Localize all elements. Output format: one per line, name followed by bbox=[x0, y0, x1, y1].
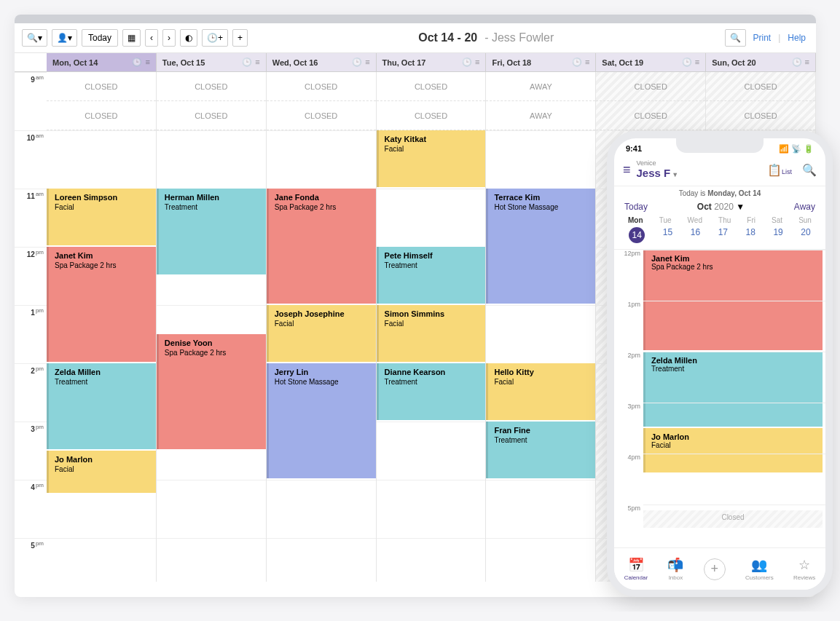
appointment[interactable]: Pete HimselfTreatment bbox=[377, 247, 486, 304]
zoom-button[interactable]: 🔍▾ bbox=[22, 29, 47, 47]
status-row: CLOSED bbox=[157, 101, 266, 130]
speed-dial-button[interactable]: ◐ bbox=[180, 29, 197, 47]
phone-hour-label: 1pm bbox=[614, 301, 643, 352]
phone-notch bbox=[676, 138, 764, 153]
phone-away-link[interactable]: Away bbox=[794, 202, 815, 212]
clock-icon[interactable]: 🕒 bbox=[462, 58, 472, 67]
appointment[interactable]: Janet KimSpa Package 2 hrs bbox=[47, 247, 156, 362]
appointment[interactable]: Jane FondaSpa Package 2 hrs bbox=[267, 189, 376, 304]
phone-dayname: Sat bbox=[772, 216, 782, 224]
appointment[interactable]: Jo MarlonFacial bbox=[47, 451, 156, 493]
phone-appointment[interactable]: Janet KimSpa Package 2 hrs bbox=[643, 250, 823, 350]
add-appointment-button[interactable]: + bbox=[232, 29, 248, 47]
clock-icon[interactable]: 🕒 bbox=[682, 58, 692, 67]
appointment[interactable]: Simon SimminsFacial bbox=[377, 305, 486, 362]
clock-icon[interactable]: 🕒 bbox=[132, 58, 142, 67]
day-header-4[interactable]: Fri, Oct 18🕒≡ bbox=[486, 53, 596, 71]
phone-hour-label: 12pm bbox=[614, 250, 643, 301]
appointment[interactable]: Terrace KimHot Stone Massage bbox=[486, 189, 595, 304]
phone-date-17[interactable]: 17 bbox=[718, 227, 728, 243]
phone-hour-label: 2pm bbox=[614, 352, 643, 403]
clock-icon[interactable]: 🕒 bbox=[352, 58, 362, 67]
clock-add-button[interactable]: 🕒+ bbox=[202, 29, 228, 47]
day-header-1[interactable]: Tue, Oct 15🕒≡ bbox=[157, 53, 267, 71]
status-row: CLOSED bbox=[47, 101, 156, 130]
appointment[interactable]: Zelda MillenTreatment bbox=[47, 363, 156, 449]
list-icon[interactable]: ≡ bbox=[145, 58, 149, 67]
phone-tab-add[interactable]: + bbox=[704, 558, 726, 580]
phone-tab-reviews[interactable]: ☆Reviews bbox=[793, 557, 815, 581]
phone-tab-calendar[interactable]: 📅Calendar bbox=[624, 557, 648, 581]
phone-date-20[interactable]: 20 bbox=[801, 227, 810, 243]
phone-date-16[interactable]: 16 bbox=[691, 227, 700, 243]
phone-user-name[interactable]: Jess F▼ bbox=[637, 167, 679, 179]
appointment[interactable]: Joseph JosephineFacial bbox=[267, 305, 376, 362]
appointment[interactable]: Loreen SimpsonFacial bbox=[47, 189, 156, 245]
toolbar: 🔍▾ 👤▾ Today ▦ ‹ › ◐ 🕒+ + Oct 14 - 20 - J… bbox=[15, 23, 816, 53]
next-week-button[interactable]: › bbox=[162, 29, 176, 47]
phone-date-19[interactable]: 19 bbox=[773, 227, 782, 243]
appointment[interactable]: Katy KitkatFacial bbox=[377, 130, 486, 187]
phone-dayname: Sun bbox=[798, 216, 812, 224]
phone-today-link[interactable]: Today bbox=[624, 202, 648, 212]
time-label-5: 5pm bbox=[15, 538, 47, 582]
appointment[interactable]: Dianne KearsonTreatment bbox=[377, 363, 486, 420]
time-label-2: 2pm bbox=[15, 363, 47, 422]
list-icon[interactable]: ≡ bbox=[805, 58, 809, 67]
clock-icon[interactable]: 🕒 bbox=[572, 58, 582, 67]
day-header-3[interactable]: Thu, Oct 17🕒≡ bbox=[377, 53, 487, 71]
phone-date-18[interactable]: 18 bbox=[746, 227, 755, 243]
status-row: CLOSED bbox=[267, 101, 376, 130]
phone-dayname: Tue bbox=[659, 216, 672, 224]
day-header-6[interactable]: Sun, Oct 20🕒≡ bbox=[706, 53, 816, 71]
clock-icon[interactable]: 🕒 bbox=[242, 58, 252, 67]
day-column-4[interactable]: AWAYAWAYTerrace KimHot Stone MassageHell… bbox=[486, 72, 596, 582]
appointment[interactable]: Hello KittyFacial bbox=[486, 363, 595, 420]
phone-date-nav: Today Oct 2020 ▼ Away bbox=[614, 200, 825, 215]
today-button[interactable]: Today bbox=[82, 29, 118, 47]
search-button[interactable]: 🔍 bbox=[725, 29, 746, 47]
phone-signal-icons: 📶 📡 🔋 bbox=[779, 144, 814, 154]
hamburger-icon[interactable]: ≡ bbox=[623, 162, 631, 178]
phone-appointment[interactable]: Zelda MillenTreatment bbox=[643, 352, 823, 427]
print-link[interactable]: Print bbox=[750, 33, 774, 43]
phone-search-icon[interactable]: 🔍 bbox=[802, 163, 817, 177]
day-column-1[interactable]: CLOSEDCLOSEDHerman MillenTreatmentDenise… bbox=[157, 72, 267, 582]
day-header-5[interactable]: Sat, Oct 19🕒≡ bbox=[596, 53, 706, 71]
list-icon[interactable]: ≡ bbox=[475, 58, 479, 67]
list-icon[interactable]: ≡ bbox=[585, 58, 589, 67]
day-column-3[interactable]: CLOSEDCLOSEDKaty KitkatFacialPete Himsel… bbox=[377, 72, 487, 582]
time-label-10: 10am bbox=[15, 130, 47, 189]
phone-tab-inbox[interactable]: 📬Inbox bbox=[667, 557, 683, 581]
phone-date-14[interactable]: 14 bbox=[629, 227, 645, 243]
appointment[interactable]: Jerry LinHot Stone Massage bbox=[267, 363, 376, 478]
date-range-title: Oct 14 - 20 bbox=[418, 31, 477, 44]
appointment[interactable]: Fran FineTreatment bbox=[486, 422, 595, 478]
view-grid-button[interactable]: ▦ bbox=[122, 29, 141, 47]
phone-month[interactable]: Oct bbox=[697, 202, 712, 212]
appointment[interactable]: Denise YoonSpa Package 2 hrs bbox=[157, 334, 266, 449]
list-icon[interactable]: ≡ bbox=[255, 58, 259, 67]
status-row: CLOSED bbox=[706, 101, 815, 130]
help-link[interactable]: Help bbox=[785, 33, 809, 43]
phone-date-15[interactable]: 15 bbox=[663, 227, 672, 243]
staff-filter-button[interactable]: 👤▾ bbox=[52, 29, 77, 47]
day-header-2[interactable]: Wed, Oct 16🕒≡ bbox=[267, 53, 377, 71]
day-column-2[interactable]: CLOSEDCLOSEDJane FondaSpa Package 2 hrsJ… bbox=[267, 72, 377, 582]
phone-list-button[interactable]: 📋List bbox=[767, 163, 792, 177]
phone-header: ≡ Venice Jess F▼ 📋List 🔍 bbox=[614, 157, 825, 186]
phone-appointment[interactable]: Jo MarlonFacial bbox=[643, 428, 823, 472]
status-row: CLOSED bbox=[377, 101, 486, 130]
clock-icon[interactable]: 🕒 bbox=[792, 58, 802, 67]
prev-week-button[interactable]: ‹ bbox=[145, 29, 158, 47]
phone-tab-customers[interactable]: 👥Customers bbox=[745, 557, 774, 581]
time-label-1: 1pm bbox=[15, 305, 47, 363]
list-icon[interactable]: ≡ bbox=[695, 58, 699, 67]
list-icon[interactable]: ≡ bbox=[365, 58, 369, 67]
status-row: CLOSED bbox=[47, 72, 156, 101]
day-header-0[interactable]: Mon, Oct 14🕒≡ bbox=[47, 53, 157, 71]
appointment[interactable]: Herman MillenTreatment bbox=[157, 189, 266, 274]
day-column-0[interactable]: CLOSEDCLOSEDLoreen SimpsonFacialJanet Ki… bbox=[47, 72, 157, 582]
time-label-12: 12pm bbox=[15, 247, 47, 305]
status-row: CLOSED bbox=[596, 101, 705, 130]
